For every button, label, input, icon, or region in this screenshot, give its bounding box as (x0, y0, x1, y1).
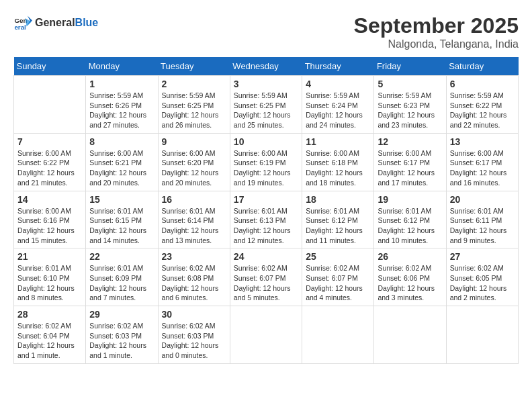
calendar-cell: 26Sunrise: 6:02 AMSunset: 6:06 PMDayligh… (374, 248, 446, 306)
day-info: Sunrise: 6:00 AMSunset: 6:22 PMDaylight:… (17, 148, 82, 188)
logo-icon: Gen eral (13, 13, 32, 32)
calendar-day-header: Friday (374, 57, 446, 76)
day-info: Sunrise: 6:01 AMSunset: 6:12 PMDaylight:… (378, 206, 442, 246)
day-info: Sunrise: 6:01 AMSunset: 6:13 PMDaylight:… (234, 206, 298, 246)
calendar-cell: 18Sunrise: 6:01 AMSunset: 6:12 PMDayligh… (302, 191, 374, 248)
calendar-day-header: Monday (86, 57, 158, 76)
calendar-cell: 13Sunrise: 6:00 AMSunset: 6:17 PMDayligh… (446, 133, 518, 191)
day-number: 12 (378, 136, 442, 147)
day-info: Sunrise: 5:59 AMSunset: 6:26 PMDaylight:… (89, 91, 154, 130)
day-number: 17 (234, 194, 298, 205)
calendar-cell: 27Sunrise: 6:02 AMSunset: 6:05 PMDayligh… (446, 248, 518, 306)
day-info: Sunrise: 5:59 AMSunset: 6:25 PMDaylight:… (234, 91, 298, 130)
calendar-cell: 4Sunrise: 5:59 AMSunset: 6:24 PMDaylight… (302, 76, 374, 134)
calendar-day-header: Wednesday (230, 57, 302, 76)
calendar-cell (374, 306, 446, 364)
calendar-cell: 11Sunrise: 6:00 AMSunset: 6:18 PMDayligh… (302, 133, 374, 191)
day-info: Sunrise: 6:02 AMSunset: 6:05 PMDaylight:… (450, 263, 515, 303)
calendar-cell: 22Sunrise: 6:01 AMSunset: 6:09 PMDayligh… (86, 248, 158, 306)
calendar-header-row: SundayMondayTuesdayWednesdayThursdayFrid… (14, 57, 519, 76)
day-number: 13 (450, 136, 515, 147)
calendar-cell: 12Sunrise: 6:00 AMSunset: 6:17 PMDayligh… (374, 133, 446, 191)
calendar-week-row: 7Sunrise: 6:00 AMSunset: 6:22 PMDaylight… (14, 133, 519, 191)
day-number: 28 (17, 309, 82, 320)
location-subtitle: Nalgonda, Telangana, India (354, 38, 519, 50)
calendar-cell: 24Sunrise: 6:02 AMSunset: 6:07 PMDayligh… (230, 248, 302, 306)
day-number: 30 (162, 309, 226, 320)
calendar-cell: 25Sunrise: 6:02 AMSunset: 6:07 PMDayligh… (302, 248, 374, 306)
day-info: Sunrise: 6:00 AMSunset: 6:17 PMDaylight:… (378, 148, 442, 188)
day-info: Sunrise: 6:01 AMSunset: 6:12 PMDaylight:… (306, 206, 370, 246)
day-number: 3 (234, 79, 298, 89)
day-info: Sunrise: 6:00 AMSunset: 6:19 PMDaylight:… (234, 148, 298, 188)
day-number: 5 (378, 79, 442, 89)
day-number: 22 (89, 251, 154, 262)
day-number: 23 (162, 251, 226, 262)
calendar-cell: 19Sunrise: 6:01 AMSunset: 6:12 PMDayligh… (374, 191, 446, 248)
day-number: 27 (450, 251, 515, 262)
calendar-cell: 8Sunrise: 6:00 AMSunset: 6:21 PMDaylight… (86, 133, 158, 191)
day-number: 19 (378, 194, 442, 205)
day-number: 8 (89, 136, 154, 147)
calendar-week-row: 1Sunrise: 5:59 AMSunset: 6:26 PMDaylight… (14, 76, 519, 134)
calendar-cell: 29Sunrise: 6:02 AMSunset: 6:03 PMDayligh… (86, 306, 158, 364)
day-number: 20 (450, 194, 515, 205)
calendar-cell: 16Sunrise: 6:01 AMSunset: 6:14 PMDayligh… (158, 191, 230, 248)
day-number: 9 (162, 136, 226, 147)
calendar-cell: 23Sunrise: 6:02 AMSunset: 6:08 PMDayligh… (158, 248, 230, 306)
day-number: 7 (17, 136, 82, 147)
calendar-cell: 20Sunrise: 6:01 AMSunset: 6:11 PMDayligh… (446, 191, 518, 248)
day-number: 14 (17, 194, 82, 205)
calendar-cell: 30Sunrise: 6:02 AMSunset: 6:03 PMDayligh… (158, 306, 230, 364)
day-info: Sunrise: 6:01 AMSunset: 6:10 PMDaylight:… (17, 263, 82, 303)
day-info: Sunrise: 6:01 AMSunset: 6:15 PMDaylight:… (89, 206, 154, 246)
day-info: Sunrise: 6:02 AMSunset: 6:08 PMDaylight:… (162, 263, 226, 303)
day-info: Sunrise: 5:59 AMSunset: 6:24 PMDaylight:… (306, 91, 370, 130)
calendar-cell: 21Sunrise: 6:01 AMSunset: 6:10 PMDayligh… (14, 248, 86, 306)
day-number: 11 (306, 136, 370, 147)
calendar-cell: 15Sunrise: 6:01 AMSunset: 6:15 PMDayligh… (86, 191, 158, 248)
day-number: 24 (234, 251, 298, 262)
calendar-cell: 3Sunrise: 5:59 AMSunset: 6:25 PMDaylight… (230, 76, 302, 134)
svg-text:eral: eral (14, 24, 26, 31)
day-info: Sunrise: 6:02 AMSunset: 6:07 PMDaylight:… (234, 263, 298, 303)
day-info: Sunrise: 6:02 AMSunset: 6:03 PMDaylight:… (162, 321, 226, 361)
day-number: 18 (306, 194, 370, 205)
calendar-week-row: 28Sunrise: 6:02 AMSunset: 6:04 PMDayligh… (14, 306, 519, 364)
day-info: Sunrise: 6:00 AMSunset: 6:21 PMDaylight:… (89, 148, 154, 188)
calendar-cell (446, 306, 518, 364)
calendar-week-row: 14Sunrise: 6:00 AMSunset: 6:16 PMDayligh… (14, 191, 519, 248)
calendar-day-header: Sunday (14, 57, 86, 76)
calendar-cell: 6Sunrise: 5:59 AMSunset: 6:22 PMDaylight… (446, 76, 518, 134)
title-block: September 2025 Nalgonda, Telangana, Indi… (354, 13, 519, 50)
calendar-body: 1Sunrise: 5:59 AMSunset: 6:26 PMDaylight… (14, 76, 519, 364)
calendar-cell (14, 76, 86, 134)
day-info: Sunrise: 6:00 AMSunset: 6:18 PMDaylight:… (306, 148, 370, 188)
day-number: 10 (234, 136, 298, 147)
calendar-cell (302, 306, 374, 364)
day-number: 26 (378, 251, 442, 262)
day-number: 6 (450, 79, 515, 89)
calendar-cell: 5Sunrise: 5:59 AMSunset: 6:23 PMDaylight… (374, 76, 446, 134)
day-number: 2 (162, 79, 226, 89)
calendar-day-header: Tuesday (158, 57, 230, 76)
calendar-cell: 10Sunrise: 6:00 AMSunset: 6:19 PMDayligh… (230, 133, 302, 191)
page-header: Gen eral GeneralBlue September 2025 Nalg… (13, 13, 519, 50)
logo-text: GeneralBlue (35, 17, 98, 29)
calendar-day-header: Saturday (446, 57, 518, 76)
day-info: Sunrise: 6:02 AMSunset: 6:07 PMDaylight:… (306, 263, 370, 303)
day-info: Sunrise: 6:00 AMSunset: 6:17 PMDaylight:… (450, 148, 515, 188)
day-info: Sunrise: 6:00 AMSunset: 6:20 PMDaylight:… (162, 148, 226, 188)
calendar-cell: 28Sunrise: 6:02 AMSunset: 6:04 PMDayligh… (14, 306, 86, 364)
day-info: Sunrise: 6:01 AMSunset: 6:14 PMDaylight:… (162, 206, 226, 246)
day-number: 21 (17, 251, 82, 262)
logo: Gen eral GeneralBlue (13, 13, 98, 32)
month-title: September 2025 (354, 13, 519, 38)
day-number: 16 (162, 194, 226, 205)
day-info: Sunrise: 6:01 AMSunset: 6:11 PMDaylight:… (450, 206, 515, 246)
calendar-week-row: 21Sunrise: 6:01 AMSunset: 6:10 PMDayligh… (14, 248, 519, 306)
calendar-cell: 7Sunrise: 6:00 AMSunset: 6:22 PMDaylight… (14, 133, 86, 191)
day-number: 15 (89, 194, 154, 205)
day-info: Sunrise: 5:59 AMSunset: 6:25 PMDaylight:… (162, 91, 226, 130)
day-number: 1 (89, 79, 154, 89)
